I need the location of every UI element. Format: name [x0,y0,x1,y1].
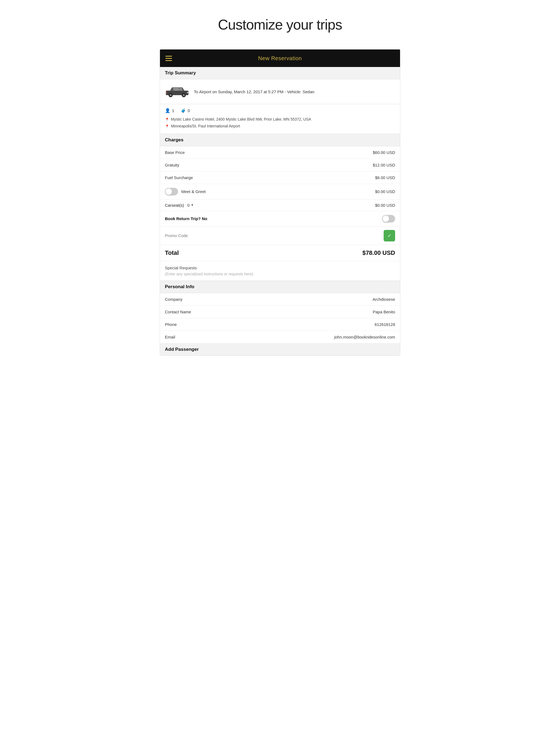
promo-checkmark-icon: ✓ [387,233,391,239]
hamburger-line-3 [166,60,172,61]
special-requests-block: Special Requests (Enter any specialized … [160,261,400,281]
fuel-surcharge-amount: $6.00 USD [375,175,395,180]
svg-point-4 [183,94,185,96]
trip-summary-block: To Airport on Sunday, March 12, 2017 at … [160,79,400,104]
hamburger-line-2 [166,58,172,59]
base-price-label: Base Price [165,150,185,155]
info-email: Email john.moon@bookridesonline.com [160,331,400,343]
luggage-count: 0 [181,108,190,113]
total-row: Total $78.00 USD [160,245,400,261]
page-title: Customize your trips [154,17,406,33]
info-phone: Phone 612618128 [160,318,400,331]
carseat-label: Carseat(s) [165,203,184,208]
luggage-count-value: 0 [187,108,190,113]
app-container: New Reservation Trip Summary [160,49,400,356]
charge-base-price: Base Price $60.00 USD [160,146,400,159]
personal-info-section-header: Personal Info [160,281,400,293]
base-price-amount: $60.00 USD [373,150,395,155]
svg-rect-6 [166,92,167,93]
meet-greet-label-group: Meet & Greet [165,188,206,196]
book-return-toggle[interactable] [382,215,395,223]
content-area: Trip Summary [160,67,400,356]
dropoff-pin-icon: 📍 [165,123,169,130]
passenger-count-value: 1 [172,108,174,113]
info-company: Company Archdiosese [160,293,400,306]
passenger-count: 1 [165,108,174,113]
dropoff-address: Minneapolis/St. Paul International Airpo… [171,123,240,130]
charge-gratuity: Gratuity $12.00 USD [160,159,400,172]
add-passenger-label: Add Passenger [165,347,199,352]
contact-name-value: Papa Benito [373,310,395,314]
total-amount: $78.00 USD [362,249,395,256]
nav-bar: New Reservation [160,50,400,67]
pickup-address-row: 📍 Mystic Lake Casino Hotel, 2400 Mystic … [165,116,395,123]
gratuity-amount: $12.00 USD [373,163,395,168]
meet-greet-toggle[interactable] [165,188,178,196]
carseat-left: Carseat(s) 0 ▼ [165,203,194,208]
phone-value: 612618128 [375,322,395,327]
car-icon [165,84,189,98]
email-label: Email [165,335,175,339]
pickup-address: Mystic Lake Casino Hotel, 2400 Mystic La… [171,116,311,123]
page-header: Customize your trips [149,0,411,44]
add-passenger-section[interactable]: Add Passenger [160,343,400,356]
email-value: john.moon@bookridesonline.com [334,335,395,339]
contact-name-label: Contact Name [165,310,191,314]
special-requests-placeholder: (Enter any specialized instructions or r… [165,272,395,276]
book-return-label: Book Return Trip? No [165,216,207,221]
company-value: Archdiosese [373,297,395,302]
book-return-row: Book Return Trip? No [160,211,400,227]
luggage-icon [181,108,186,113]
nav-title: New Reservation [258,55,302,61]
total-label: Total [165,249,179,256]
pickup-pin-icon: 📍 [165,117,169,123]
dropoff-address-row: 📍 Minneapolis/St. Paul International Air… [165,123,395,130]
carseat-dropdown-arrow: ▼ [190,203,194,207]
special-requests-title: Special Requests [165,265,395,270]
promo-code-row: ✓ [160,227,400,245]
info-contact-name: Contact Name Papa Benito [160,306,400,318]
trip-addresses: 📍 Mystic Lake Casino Hotel, 2400 Mystic … [165,116,395,130]
svg-point-2 [170,94,172,96]
trip-description: To Airport on Sunday, March 12, 2017 at … [194,89,314,95]
trip-counts: 1 0 [165,108,395,113]
phone-label: Phone [165,322,177,327]
hamburger-line-1 [166,56,172,57]
charges-section-header: Charges [160,134,400,146]
gratuity-label: Gratuity [165,163,179,168]
fuel-surcharge-label: Fuel Surcharge [165,175,193,180]
meet-greet-label: Meet & Greet [181,189,206,194]
charge-fuel-surcharge: Fuel Surcharge $6.00 USD [160,172,400,184]
carseat-amount: $0.00 USD [375,203,395,208]
hamburger-menu[interactable] [166,56,172,61]
company-label: Company [165,297,182,302]
promo-submit-button[interactable]: ✓ [384,230,395,241]
car-icon-wrapper [165,84,189,99]
trip-meta: 1 0 📍 Mystic Lake Casino Hotel, 2400 Mys… [160,104,400,134]
carseat-select[interactable]: 0 ▼ [187,203,194,208]
charge-meet-greet: Meet & Greet $0.00 USD [160,184,400,200]
person-icon [165,108,170,113]
trip-summary-section-header: Trip Summary [160,67,400,79]
promo-code-input[interactable] [165,232,384,239]
svg-rect-5 [187,92,188,93]
carseat-quantity: 0 [187,203,189,208]
meet-greet-amount: $0.00 USD [375,189,395,194]
charge-carseat: Carseat(s) 0 ▼ $0.00 USD [160,200,400,211]
